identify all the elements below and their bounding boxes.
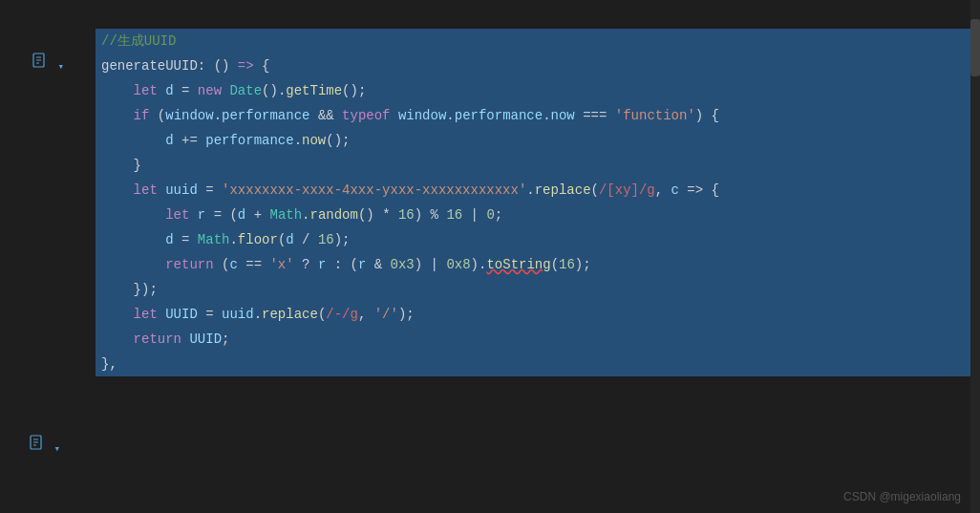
token-close-p: ) { [695,108,719,123]
token-r: r [198,207,205,223]
token-uuid-cap: UUID [165,307,198,322]
token-open-p-2: ( [591,182,599,198]
token-parens-4: () [358,207,374,223]
token-slash-str: '/' [374,307,398,322]
token-close-p-6: ); [575,257,591,272]
code-line-13: ____ return UUID ; [96,327,970,352]
token-arrow-2: => [679,182,712,198]
token-let-1: let [134,83,166,98]
token-parens-5: ( [551,257,559,272]
token-gettime: getTime [286,83,342,98]
token-d-3: d [238,207,245,223]
token-parens-2: (); [342,83,366,98]
code-line-6: ____ } [96,153,970,178]
token-d-5: d [286,232,293,247]
code-line-8: ________ let r = ( d + Math . random () … [96,203,970,227]
token-16-2: 16 [446,207,462,223]
token-replace-1: replace [535,182,591,198]
code-line-7: ____ let uuid = 'xxxxxxxx-xxxx-4xxx-yxxx… [96,178,970,203]
token-bitand: & [366,257,390,272]
token-ternary: ? [294,257,318,272]
code-line-5: ________ d += performance . now (); [96,128,970,153]
token-perf-1: performance [222,108,309,123]
token-regex-2: /-/g [326,307,358,322]
token-dot-6: . [294,133,302,148]
token-generate-name: generateUUID [101,58,198,74]
watermark: CSDN @migexiaoliang [843,490,961,503]
token-16-3: 16 [318,232,334,247]
code-line-11: ____ }); [96,277,970,302]
token-16-4: 16 [559,257,575,272]
token-dot-9: . [229,232,237,247]
token-close-p-3: ); [334,232,351,247]
token-window-2: window [398,108,446,123]
token-replace-2: replace [262,307,318,322]
token-eq-2: = [198,182,222,198]
token-return-1: return [165,257,222,272]
token-close-brace-1: } [134,158,141,173]
token-uuid-1: uuid [165,182,198,198]
token-plus-1: + [245,207,269,223]
token-perf-2: performance [455,108,543,123]
doc-icon-top[interactable]: ▾ [32,53,64,75]
token-c-1: c [671,182,679,198]
token-open-p-3: ( [229,207,237,223]
token-floor: floor [238,232,278,247]
token-div: / [294,232,318,247]
token-open-p-4: ( [278,232,286,247]
token-close-p-4: ) [415,257,422,272]
token-bitor: | [462,207,486,223]
token-uuid-str: 'xxxxxxxx-xxxx-4xxx-yxxx-xxxxxxxxxxxx' [222,182,526,198]
token-let-2: let [134,182,166,198]
token-now-1: now [551,108,575,123]
token-close-brace-3: }, [101,356,117,372]
token-new: new [198,83,230,98]
token-comma-1: , [655,182,671,198]
token-open-p: ( [158,108,165,123]
token-regex: /[xy]/g [599,182,655,198]
token-and: && [309,108,342,123]
token-colon-2: : [326,257,350,272]
token-comma-2: , [358,307,374,322]
token-close-p-5: ) [471,257,479,272]
token-x-str: 'x' [269,257,293,272]
token-eq-1: = [174,83,198,98]
token-window-1: window [165,108,213,123]
token-close-p-2: ) [415,207,422,223]
token-double-eq: == [238,257,270,272]
code-line-14: }, [96,352,970,376]
token-mod: % [422,207,446,223]
scrollbar-vertical[interactable] [970,0,980,513]
token-close-p-7: ); [398,307,415,322]
token-r-2: r [318,257,326,272]
token-dot-4: . [446,108,454,123]
token-uuid-2: uuid [222,307,254,322]
token-date: Date [229,83,262,98]
token-eq-4: = [174,232,198,247]
token-d-1: d [165,83,173,98]
code-line-4: ____ if ( window . performance && typeof… [96,103,970,128]
scrollbar-thumb[interactable] [970,19,980,76]
token-dot-2: . [278,83,286,98]
token-arrow: => [238,58,254,74]
token-return-2: return [134,331,190,347]
token-dot-7: . [526,182,534,198]
code-line-2: generateUUID : () => { [96,53,970,78]
token-eq-3: = [205,207,229,223]
token-r-3: r [358,257,366,272]
token-dot-1: () [262,83,278,98]
token-parens: () [214,58,238,74]
doc-icon-bottom[interactable]: ▾ [29,435,60,456]
token-semi-1: ; [495,207,502,223]
token-bitor-2: | [422,257,446,272]
token-random: random [310,207,358,223]
token-let-3: let [165,207,198,223]
token-colon: : [198,58,214,74]
token-d-2: d [165,133,173,148]
code-line-1: //生成UUID [96,29,970,53]
token-triple-eq: === [575,108,615,123]
token-math-2: Math [198,232,230,247]
token-open-p-5: ( [222,257,229,272]
token-16-1: 16 [398,207,415,223]
token-comment-uuid: //生成UUID [101,32,176,50]
